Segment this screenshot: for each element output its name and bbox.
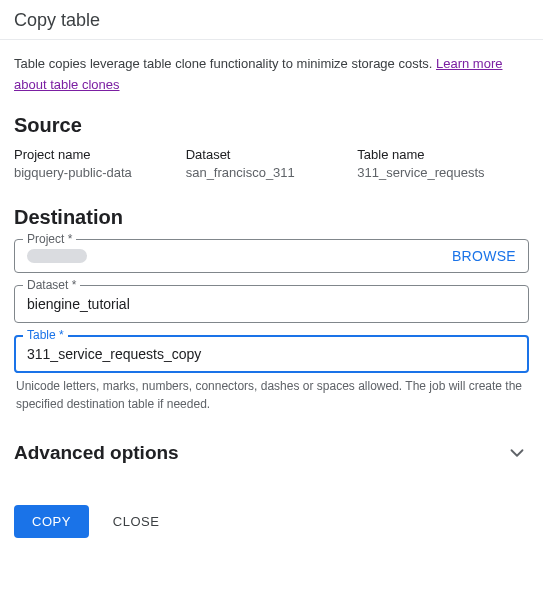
destination-table-input[interactable] (14, 335, 529, 373)
close-button[interactable]: CLOSE (99, 505, 174, 538)
copy-button[interactable]: COPY (14, 505, 89, 538)
advanced-options-heading: Advanced options (14, 442, 179, 464)
destination-project-value-redacted (27, 249, 87, 263)
destination-heading: Destination (14, 206, 529, 229)
destination-dataset-label: Dataset * (23, 278, 80, 292)
source-project-value: bigquery-public-data (14, 165, 186, 180)
chevron-down-icon (505, 441, 529, 465)
destination-table-field[interactable]: Table * Unicode letters, marks, numbers,… (14, 335, 529, 413)
intro-text: Table copies leverage table clone functi… (14, 54, 529, 96)
dialog-title: Copy table (0, 0, 543, 40)
source-table: Table name 311_service_requests (357, 147, 529, 180)
destination-table-helper: Unicode letters, marks, numbers, connect… (14, 377, 529, 413)
destination-project-label: Project * (23, 232, 76, 246)
source-fields: Project name bigquery-public-data Datase… (14, 147, 529, 180)
dialog-footer: COPY CLOSE (0, 497, 543, 546)
source-dataset-label: Dataset (186, 147, 358, 162)
destination-dataset-field[interactable]: Dataset * (14, 285, 529, 323)
advanced-options-toggle[interactable]: Advanced options (14, 425, 529, 497)
source-table-label: Table name (357, 147, 529, 162)
source-project-label: Project name (14, 147, 186, 162)
intro-text-body: Table copies leverage table clone functi… (14, 56, 436, 71)
source-table-value: 311_service_requests (357, 165, 529, 180)
destination-project-field[interactable]: Project * BROWSE (14, 239, 529, 273)
source-project: Project name bigquery-public-data (14, 147, 186, 180)
source-heading: Source (14, 114, 529, 137)
destination-table-label: Table * (23, 328, 68, 342)
browse-button[interactable]: BROWSE (452, 248, 516, 264)
source-dataset-value: san_francisco_311 (186, 165, 358, 180)
source-dataset: Dataset san_francisco_311 (186, 147, 358, 180)
destination-dataset-input[interactable] (14, 285, 529, 323)
